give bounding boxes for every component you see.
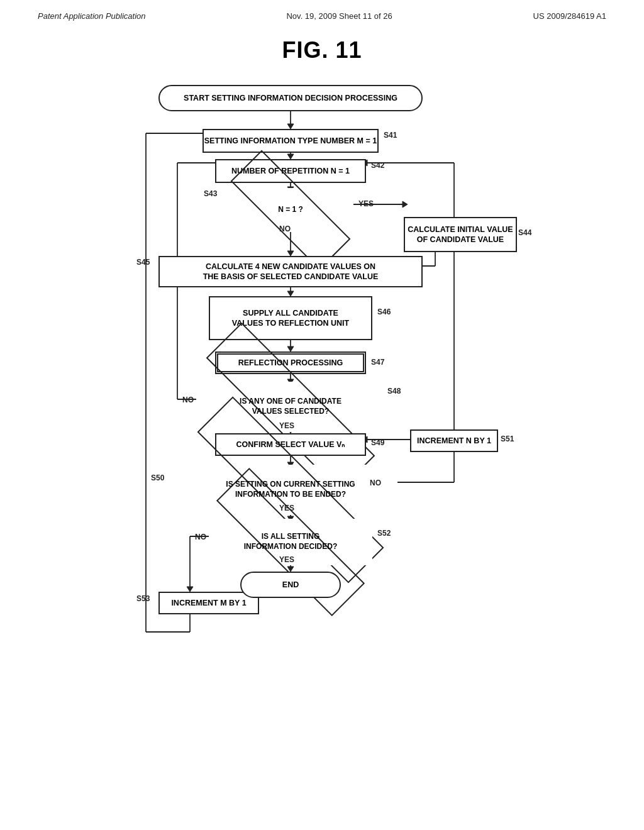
s50-label: S50 bbox=[151, 473, 164, 482]
s50-no-label: NO bbox=[370, 479, 381, 487]
svg-marker-7 bbox=[402, 201, 408, 208]
s43-label: S43 bbox=[204, 189, 217, 198]
svg-marker-40 bbox=[187, 587, 193, 592]
figure-title: FIG. 11 bbox=[0, 37, 644, 64]
s44-label: S44 bbox=[518, 228, 531, 237]
s42-label: S42 bbox=[371, 161, 384, 170]
header-patent-label: US 2009/284619 A1 bbox=[533, 11, 606, 21]
svg-marker-14 bbox=[287, 291, 294, 296]
s51-label: S51 bbox=[501, 434, 514, 443]
header-date-label: Nov. 19, 2009 Sheet 11 of 26 bbox=[286, 11, 392, 21]
s43-no-label: NO bbox=[279, 224, 291, 233]
s45-box: CALCULATE 4 NEW CANDIDATE VALUES ON THE … bbox=[158, 256, 423, 287]
s43-diamond: N = 1 ? bbox=[228, 188, 353, 232]
start-box: START SETTING INFORMATION DECISION PROCE… bbox=[158, 85, 423, 111]
svg-marker-12 bbox=[287, 251, 294, 256]
s53-label: S53 bbox=[136, 594, 150, 603]
s45-label: S45 bbox=[136, 258, 150, 267]
s53-box: INCREMENT M BY 1 bbox=[158, 592, 259, 614]
s52-yes-label: YES bbox=[279, 555, 294, 564]
s46-label: S46 bbox=[377, 307, 391, 316]
s41-box: SETTING INFORMATION TYPE NUMBER M = 1 bbox=[203, 129, 379, 153]
s47-label: S47 bbox=[371, 358, 384, 367]
s41-label: S41 bbox=[384, 131, 397, 140]
s48-yes-label: YES bbox=[279, 421, 294, 430]
svg-marker-1 bbox=[287, 124, 294, 129]
s52-label: S52 bbox=[377, 529, 391, 538]
s51-box: INCREMENT N BY 1 bbox=[410, 429, 498, 452]
s52-no-label: NO bbox=[195, 533, 206, 541]
s43-yes-label: YES bbox=[358, 199, 374, 208]
flowchart-diagram: START SETTING INFORMATION DECISION PROCE… bbox=[96, 79, 548, 802]
s44-box: CALCULATE INITIAL VALUE OF CANDIDATE VAL… bbox=[404, 217, 517, 252]
s48-label: S48 bbox=[387, 387, 401, 396]
end-box: END bbox=[240, 572, 341, 598]
page-header: Patent Application Publication Nov. 19, … bbox=[0, 0, 644, 26]
s48-no-label: NO bbox=[182, 396, 194, 404]
s49-label: S49 bbox=[371, 438, 384, 447]
svg-marker-3 bbox=[287, 154, 294, 159]
header-publication-label: Patent Application Publication bbox=[38, 11, 146, 21]
svg-marker-16 bbox=[287, 346, 294, 351]
